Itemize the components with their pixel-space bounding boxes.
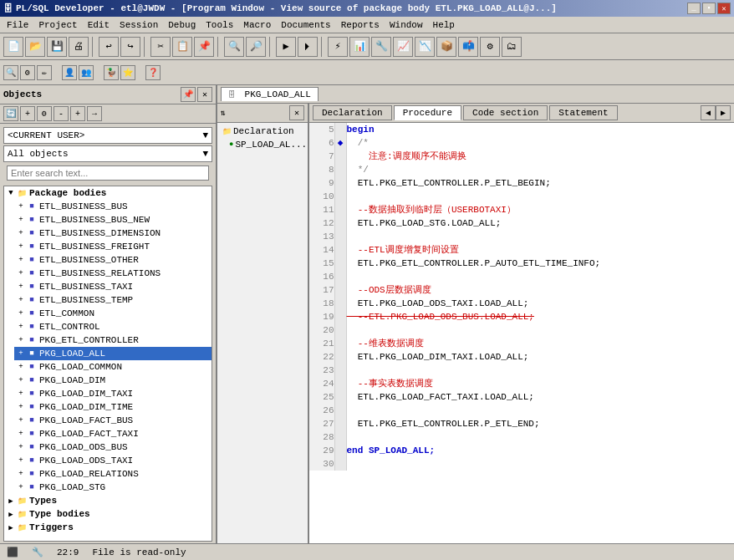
search-icon-btn[interactable]: 🔍 [3, 65, 18, 80]
tb-btn2[interactable]: 📊 [349, 37, 370, 57]
tree-pkg-load-all[interactable]: + ■ PKG_LOAD_ALL [14, 347, 212, 360]
move-btn[interactable]: → [87, 106, 102, 121]
menu-window[interactable]: Window [385, 18, 428, 32]
search-input[interactable] [7, 165, 209, 181]
menu-session[interactable]: Session [115, 18, 163, 32]
menu-tools[interactable]: Tools [201, 18, 238, 32]
refresh-btn[interactable]: 🔄 [3, 106, 18, 121]
struct-item-declaration[interactable]: 📁 Declaration [219, 125, 306, 138]
person-btn[interactable]: 👤 [62, 65, 77, 80]
tree-folder-type-bodies[interactable]: ▶ 📁 Type bodies [4, 507, 212, 521]
tree-pkg-load-dim-time[interactable]: + ■ PKG_LOAD_DIM_TIME [14, 400, 212, 414]
objects-dropdown[interactable]: All objects ▼ [3, 145, 212, 162]
tb-btn1[interactable]: ⚡ [328, 37, 348, 57]
star-btn[interactable]: ⭐ [120, 65, 135, 80]
program-tab-pkg-load-all[interactable]: 🗄 PKG_LOAD_ALL [221, 87, 319, 101]
menu-reports[interactable]: Reports [336, 18, 385, 32]
menu-help[interactable]: Help [428, 18, 460, 32]
gear-btn[interactable]: ⚙ [20, 65, 35, 80]
new-button[interactable]: 📄 [3, 37, 23, 57]
open-button[interactable]: 📂 [25, 37, 45, 57]
tab-procedure[interactable]: Procedure [394, 105, 461, 120]
code-cell[interactable]: begin [346, 123, 734, 136]
tab-code-section[interactable]: Code section [463, 105, 548, 120]
tb-btn7[interactable]: 📫 [458, 37, 478, 57]
tree-pkg-load-ods-taxi[interactable]: + ■ PKG_LOAD_ODS_TAXI [14, 454, 212, 467]
code-cell[interactable]: ETL.PKG_LOAD_DIM_TAXI.LOAD_ALL; [346, 350, 734, 364]
tree-etl-business-bus-new[interactable]: + ■ ETL_BUSINESS_BUS_NEW [14, 213, 212, 227]
tree-etl-business-other[interactable]: + ■ ETL_BUSINESS_OTHER [14, 253, 212, 267]
run2-button[interactable]: ⏵ [298, 37, 318, 57]
objects-close-btn[interactable]: ✕ [197, 87, 212, 102]
code-cell[interactable] [346, 430, 734, 444]
code-cell[interactable] [346, 270, 734, 283]
copy-button[interactable]: 📋 [172, 37, 192, 57]
tree-etl-business-taxi[interactable]: + ■ ETL_BUSINESS_TAXI [14, 280, 212, 293]
paste-button[interactable]: 📌 [194, 37, 214, 57]
code-cell[interactable] [346, 230, 734, 243]
tree-pkg-load-stg[interactable]: + ■ PKG_LOAD_STG [14, 481, 212, 494]
redo-button[interactable]: ↪ [120, 37, 140, 57]
struct-item-sp-load-all[interactable]: ● SP_LOAD_AL... [226, 138, 306, 151]
tree-pkg-load-relations[interactable]: + ■ PKG_LOAD_RELATIONS [14, 467, 212, 481]
tree-etl-business-bus[interactable]: + ■ ETL_BUSINESS_BUS [14, 200, 212, 213]
tb-btn8[interactable]: ⚙ [480, 37, 500, 57]
menu-project[interactable]: Project [33, 18, 82, 32]
code-cell[interactable]: --ETL.PKG_LOAD_ODS_BUS.LOAD_ALL; [346, 310, 734, 323]
add-btn[interactable]: + [20, 106, 35, 121]
structure-close-btn[interactable]: ✕ [289, 105, 304, 120]
print-button[interactable]: 🖨 [69, 37, 89, 57]
code-cell[interactable]: end SP_LOAD_ALL; [346, 444, 734, 457]
tb-btn9[interactable]: 🗂 [502, 37, 522, 57]
tree-pkg-load-ods-bus[interactable]: + ■ PKG_LOAD_ODS_BUS [14, 440, 212, 454]
undo-button[interactable]: ↩ [99, 37, 119, 57]
code-cell[interactable] [346, 457, 734, 471]
cut-button[interactable]: ✂ [150, 37, 171, 57]
menu-file[interactable]: File [2, 18, 33, 32]
tree-etl-control[interactable]: + ■ ETL_CONTROL [14, 320, 212, 333]
code-cell[interactable]: --数据抽取到临时层（USERBOTAXI） [346, 203, 734, 216]
scroll-left-btn[interactable]: ◀ [701, 105, 716, 120]
tree-folder-package-bodies[interactable]: ▼ 📁 Package bodies [4, 186, 212, 200]
tree-etl-business-freight[interactable]: + ■ ETL_BUSINESS_FREIGHT [14, 240, 212, 253]
tree-folder-types[interactable]: ▶ 📁 Types [4, 494, 212, 507]
tree-pkg-etl-controller[interactable]: + ■ PKG_ETL_CONTROLLER [14, 333, 212, 347]
code-cell[interactable]: ETL.PKG_LOAD_ODS_TAXI.LOAD_ALL; [346, 297, 734, 310]
tb-btn5[interactable]: 📉 [415, 37, 435, 57]
code-cell[interactable] [346, 364, 734, 377]
code-cell[interactable]: --ODS层数据调度 [346, 283, 734, 297]
menu-macro[interactable]: Macro [238, 18, 276, 32]
tb-btn3[interactable]: 🔧 [371, 37, 391, 57]
code-cell[interactable]: ETL.PKG_ETL_CONTROLLER.P_AUTO_ETL_TIME_I… [346, 257, 734, 270]
restore-button[interactable]: ▪ [702, 3, 716, 14]
save-button[interactable]: 💾 [47, 37, 67, 57]
tree-pkg-load-dim[interactable]: + ■ PKG_LOAD_DIM [14, 374, 212, 387]
code-cell[interactable]: */ [346, 163, 734, 176]
flash-btn[interactable]: ✏ [37, 65, 52, 80]
code-cell[interactable]: ETL.PKG_LOAD_FACT_TAXI.LOAD_ALL; [346, 390, 734, 404]
tb-btn4[interactable]: 📈 [393, 37, 413, 57]
close-button[interactable]: ✕ [717, 3, 731, 14]
code-cell[interactable]: --ETL调度增复时间设置 [346, 243, 734, 257]
run-button[interactable]: ▶ [276, 37, 296, 57]
tree-pkg-load-fact-bus[interactable]: + ■ PKG_LOAD_FACT_BUS [14, 414, 212, 427]
tree-pkg-load-dim-taxi[interactable]: + ■ PKG_LOAD_DIM_TAXI [14, 387, 212, 400]
tree-etl-business-relations[interactable]: + ■ ETL_BUSINESS_RELATIONS [14, 267, 212, 280]
tree-pkg-load-fact-taxi[interactable]: + ■ PKG_LOAD_FACT_TAXI [14, 427, 212, 440]
duck-btn[interactable]: 🦆 [104, 65, 119, 80]
tree-etl-common[interactable]: + ■ ETL_COMMON [14, 307, 212, 320]
person2-btn[interactable]: 👥 [79, 65, 94, 80]
question-btn[interactable]: ❓ [145, 65, 161, 80]
code-cell[interactable] [346, 190, 734, 203]
minimize-button[interactable]: _ [687, 3, 701, 14]
user-dropdown[interactable]: <CURRENT USER> ▼ [3, 127, 212, 144]
tree-pkg-load-common[interactable]: + ■ PKG_LOAD_COMMON [14, 360, 212, 374]
code-cell[interactable]: ETL.PKG_LOAD_STG.LOAD_ALL; [346, 216, 734, 230]
filter-btn[interactable]: ⚙ [37, 106, 52, 121]
code-cell[interactable]: --维表数据调度 [346, 337, 734, 350]
code-cell[interactable]: ETL.PKG_ETL_CONTROLLER.P_ETL_END; [346, 417, 734, 430]
code-cell[interactable]: --事实表数据调度 [346, 377, 734, 390]
code-cell[interactable] [346, 323, 734, 337]
tab-declaration[interactable]: Declaration [313, 105, 392, 120]
find-button[interactable]: 🔎 [246, 37, 266, 57]
